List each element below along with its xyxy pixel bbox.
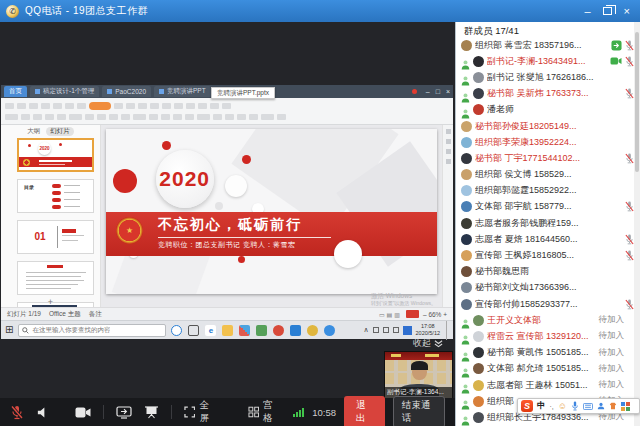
collapse-video-strip[interactable]: 收起	[413, 337, 443, 350]
member-row[interactable]: 秘书部 黄凯伟 1505185... 待加入	[456, 345, 634, 361]
member-row[interactable]: 秘书部刘文灿17366396...	[456, 280, 634, 296]
video-thumbnail[interactable]: 副书记-李澜-1364...	[385, 352, 452, 398]
start-button[interactable]: ⊞	[5, 325, 13, 335]
member-row[interactable]: 潘老师	[456, 102, 634, 118]
edge-browser-icon[interactable]: e	[205, 325, 216, 336]
grid-view-button[interactable]: 宫格	[248, 399, 282, 425]
taskbar-search-box[interactable]: 在这里输入你要查找的内容	[18, 324, 166, 337]
search-icon	[22, 327, 29, 334]
theme-label[interactable]: Office 主题	[49, 310, 81, 319]
wps-tab-doc2[interactable]: PaoC2020	[102, 86, 151, 97]
wps-tab-bar: 首页 稿定设计-1个管理 PaoC2020 竞聘演讲PPT + –□× 竞聘演讲…	[1, 85, 453, 98]
sogou-logo-icon[interactable]: S	[521, 400, 533, 412]
photos-app-icon[interactable]	[239, 325, 250, 336]
whiteboard-button[interactable]	[144, 406, 159, 419]
member-name: 志愿者部 王趣林 15051...	[487, 379, 592, 392]
slides-tab[interactable]: 幻灯片	[46, 127, 74, 136]
add-slide-button[interactable]: +	[1, 298, 100, 306]
member-row[interactable]: 秘书部 丁宇1771544102...	[456, 150, 634, 166]
wps-side-toolbar[interactable]	[442, 125, 453, 307]
avatar	[473, 396, 484, 407]
ime-indicator-icon[interactable]	[403, 326, 412, 335]
end-call-button[interactable]: 结束通话	[393, 396, 445, 426]
member-scrollbar[interactable]	[634, 22, 640, 426]
mic-muted-button[interactable]	[10, 405, 24, 420]
slide-thumbnail-4[interactable]: 4	[17, 261, 94, 295]
toolbox-icon[interactable]	[621, 402, 630, 411]
ime-mode-chinese[interactable]: 中	[537, 400, 546, 412]
avatar	[461, 40, 472, 51]
play-slideshow-button[interactable]	[406, 310, 419, 318]
ime-punctuation[interactable]: ·,	[550, 403, 554, 410]
member-row[interactable]: 秘书部 吴新炜 1763373...	[456, 86, 634, 102]
member-row[interactable]: 组织部 侯文博 158529...	[456, 167, 634, 183]
slide-thumbnail-2[interactable]: 2 目录	[17, 179, 94, 213]
tray-expand-icon[interactable]: ∧	[363, 326, 368, 334]
member-row[interactable]: 宣传部 王枫婷1816805...	[456, 247, 634, 263]
member-row[interactable]: 秘书部孙俊廷18205149...	[456, 118, 634, 134]
emoji-icon[interactable]: ☺	[558, 402, 567, 411]
scrollbar-thumb[interactable]	[635, 32, 639, 172]
member-row[interactable]: 王开义文体部 待加入	[456, 312, 634, 328]
online-status-icon	[461, 331, 470, 341]
member-row[interactable]: 组织部郭懿霆15852922...	[456, 183, 634, 199]
zoom-control[interactable]: – 66% +	[423, 311, 447, 318]
online-status-icon	[461, 412, 470, 422]
outline-tab[interactable]: 大纲	[27, 127, 40, 136]
member-row[interactable]: 组织部李荣康13952224...	[456, 134, 634, 150]
mic-muted-icon	[625, 40, 634, 51]
wps-app-icon[interactable]	[307, 325, 318, 336]
show-desktop-button[interactable]	[446, 321, 449, 340]
member-name: 秘书部魏思雨	[475, 265, 634, 278]
gallery-app-icon[interactable]	[256, 325, 267, 336]
wps-tab-doc1[interactable]: 稿定设计-1个管理	[30, 86, 99, 97]
fullscreen-icon	[184, 406, 195, 418]
red-app-icon[interactable]	[273, 325, 284, 336]
member-row[interactable]: 组织部 蒋雪宏 18357196...	[456, 37, 634, 53]
wps-window-controls[interactable]: –□×	[426, 88, 450, 95]
speaker-button[interactable]	[36, 406, 49, 419]
member-row[interactable]: 程雷云 宣传部 1329120... 待加入	[456, 328, 634, 344]
member-name: 宣传部付帅1585293377...	[475, 298, 622, 311]
notes-label[interactable]: 备注	[89, 310, 102, 319]
close-button[interactable]: ×	[624, 6, 630, 17]
member-row[interactable]: 文体部 邵宇航 158779...	[456, 199, 634, 215]
member-row[interactable]: 志愿者部 王趣林 15051... 待加入	[456, 377, 634, 393]
waiting-to-join-label: 待加入	[599, 314, 625, 326]
taskbar-clock[interactable]: 17:08 2020/5/12	[416, 323, 440, 336]
wps-tab-doc3[interactable]: 竞聘演讲PPT	[154, 86, 211, 97]
member-name: 组织部 侯文博 158529...	[475, 168, 634, 181]
cortana-icon[interactable]	[171, 325, 182, 336]
member-row[interactable]: 宣传部付帅1585293377...	[456, 296, 634, 312]
exit-button[interactable]: 退出	[344, 396, 385, 426]
camera-button[interactable]	[75, 407, 91, 418]
avatar	[461, 185, 472, 196]
call-timer: 10:58	[312, 407, 336, 418]
member-row[interactable]: 文体部 郝允琦 1505185... 待加入	[456, 361, 634, 377]
wps-tab-home[interactable]: 首页	[4, 86, 27, 97]
view-mode-icons[interactable]: ▭▤▥	[379, 311, 402, 318]
member-row[interactable]: 副书记 张燮旭 17626186...	[456, 69, 634, 85]
task-view-icon[interactable]	[188, 325, 199, 336]
wps-ribbon[interactable]	[1, 98, 453, 125]
tim-qq-icon[interactable]	[290, 325, 301, 336]
restore-button[interactable]	[603, 6, 612, 17]
sogou-ime-bar[interactable]: S 中 ·, ☺	[517, 398, 640, 414]
screen-share-button[interactable]	[116, 406, 132, 419]
member-name: 王开义文体部	[487, 314, 592, 327]
member-row[interactable]: 秘书部魏思雨	[456, 264, 634, 280]
member-row[interactable]: 志愿者服务部钱鹏程159...	[456, 215, 634, 231]
minimize-button[interactable]: –	[584, 6, 590, 17]
slide-thumbnail-1[interactable]: 1 2020	[17, 138, 94, 172]
file-explorer-icon[interactable]	[222, 325, 233, 336]
voice-input-icon[interactable]	[571, 401, 579, 411]
account-icon[interactable]	[597, 402, 605, 410]
member-row[interactable]: 副书记-李澜-13643491...	[456, 53, 634, 69]
member-name: 潘老师	[487, 103, 634, 116]
slide-thumbnail-3[interactable]: 3 01	[17, 220, 94, 254]
member-row[interactable]: 志愿者 夏焙 181644560...	[456, 231, 634, 247]
skin-icon[interactable]	[609, 402, 617, 410]
fullscreen-button[interactable]: 全屏	[184, 399, 218, 425]
browser-app-icon[interactable]	[324, 325, 335, 336]
keyboard-icon[interactable]	[583, 403, 593, 410]
